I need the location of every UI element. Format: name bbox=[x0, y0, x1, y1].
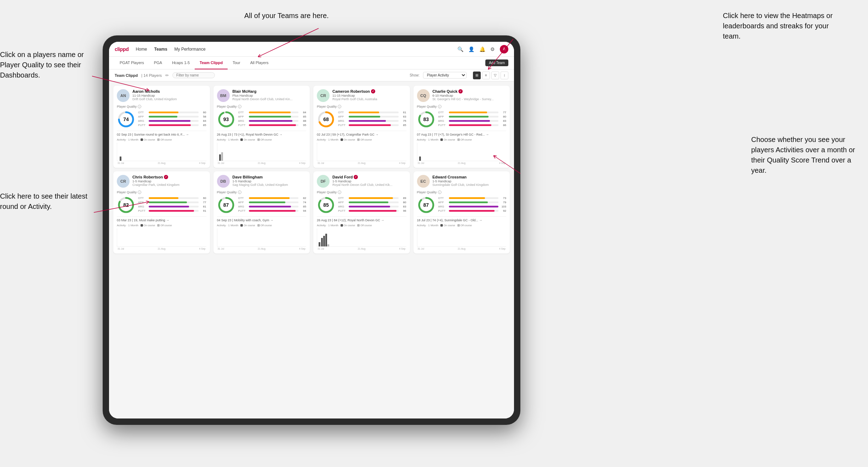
stat-value: 75 bbox=[400, 119, 406, 123]
player-name[interactable]: Dave Billingham bbox=[233, 175, 307, 179]
activity-chart bbox=[117, 143, 206, 161]
latest-round[interactable]: 04 Sep 23 | Mobility with coach, Gym → bbox=[217, 216, 307, 222]
latest-round[interactable]: 18 Jul 23 | 74 (+4), Sunningdale GC - Ol… bbox=[417, 216, 507, 222]
edit-icon[interactable]: ✏ bbox=[165, 73, 169, 78]
stat-row: APP 85 bbox=[238, 115, 307, 118]
on-course-text: On course bbox=[444, 138, 455, 141]
tab-team-clippd[interactable]: Team Clippd bbox=[195, 57, 228, 69]
donut-chart[interactable]: 87 bbox=[417, 196, 435, 214]
player-card[interactable]: DF David Ford ✓ 1-5 Handicap Royal North… bbox=[313, 171, 410, 254]
verified-badge: ✓ bbox=[164, 175, 168, 179]
legend-off: Off course bbox=[457, 138, 472, 141]
list-view-button[interactable]: ≡ bbox=[482, 72, 490, 79]
nav-home[interactable]: Home bbox=[136, 47, 147, 52]
user-icon[interactable]: 👤 bbox=[468, 46, 474, 52]
player-card[interactable]: AN Aaron Nicholls 11-15 Handicap Drift G… bbox=[113, 86, 210, 168]
player-name[interactable]: David Ford ✓ bbox=[332, 175, 406, 179]
donut-chart[interactable]: 83 bbox=[417, 110, 435, 129]
brand-logo[interactable]: clippd bbox=[115, 46, 129, 52]
latest-round-text: 26 Aug 23 | 84 (+12), Royal North Devon … bbox=[317, 218, 384, 222]
latest-round[interactable]: 03 Mar 23 | 19, Must make putting → bbox=[117, 216, 206, 222]
add-team-button[interactable]: Add Team bbox=[485, 59, 508, 66]
stat-label: PUTT bbox=[138, 209, 147, 212]
filter-button[interactable]: ▽ bbox=[491, 72, 499, 79]
nav-teams[interactable]: Teams bbox=[154, 47, 167, 52]
player-club: Royal North Devon Golf Club, United Kin.… bbox=[233, 97, 307, 101]
stat-label: APP bbox=[238, 201, 247, 204]
player-info: Edward Crossman 1-5 Handicap Sunningdale… bbox=[433, 175, 507, 187]
stat-label: APP bbox=[138, 115, 147, 118]
on-course-bar bbox=[419, 156, 421, 161]
activity-section: Activity · 1 Month On course Off course bbox=[117, 224, 206, 250]
stat-label: PUTT bbox=[438, 209, 447, 212]
player-card[interactable]: CQ Charlie Quick ✓ 6-10 Handicap St. Geo… bbox=[413, 86, 510, 168]
player-name[interactable]: Edward Crossman bbox=[433, 175, 507, 179]
show-select[interactable]: Player Activity Quality Score Trend bbox=[423, 72, 467, 79]
avatar[interactable]: A bbox=[500, 45, 508, 53]
stat-label: OTT bbox=[338, 197, 347, 200]
stat-value: 84 bbox=[300, 111, 306, 114]
stats-list: OTT 89 APP 80 ARG 83 PUTT 9 bbox=[338, 197, 406, 213]
player-name[interactable]: Charlie Quick ✓ bbox=[433, 89, 507, 93]
donut-chart[interactable]: 74 bbox=[117, 110, 135, 129]
legend-on: On course bbox=[240, 138, 255, 141]
stat-bar bbox=[249, 210, 296, 212]
latest-round[interactable]: 26 Aug 23 | 73 (+1), Royal North Devon G… bbox=[217, 131, 307, 136]
on-course-bar bbox=[319, 242, 320, 246]
donut-chart[interactable]: 93 bbox=[217, 110, 235, 129]
content-area[interactable]: AN Aaron Nicholls 11-15 Handicap Drift G… bbox=[109, 81, 514, 418]
stat-bar-bg bbox=[149, 201, 199, 203]
player-name[interactable]: Cameron Robertson ✓ bbox=[332, 89, 406, 93]
chart-label-start: 31 Jul bbox=[218, 162, 224, 164]
search-icon[interactable]: 🔍 bbox=[457, 46, 463, 52]
off-course-text: Off course bbox=[261, 224, 272, 227]
player-grid: AN Aaron Nicholls 11-15 Handicap Drift G… bbox=[113, 86, 510, 254]
grid-view-button[interactable]: ⊞ bbox=[473, 72, 481, 79]
player-handicap: 11-15 Handicap bbox=[332, 94, 406, 97]
bell-icon[interactable]: 🔔 bbox=[479, 46, 485, 52]
stat-row: PUTT 91 bbox=[138, 209, 206, 212]
player-card[interactable]: CR Cameron Robertson ✓ 11-15 Handicap Ro… bbox=[313, 86, 410, 168]
settings-icon[interactable]: ⚙ bbox=[490, 46, 495, 52]
stat-bar bbox=[449, 112, 487, 113]
off-course-legend bbox=[157, 138, 160, 141]
player-card[interactable]: BM Blair McHarg Plus Handicap Royal Nort… bbox=[213, 86, 310, 168]
donut-chart[interactable]: 87 bbox=[217, 196, 235, 214]
stat-label: ARG bbox=[138, 119, 147, 123]
sort-button[interactable]: ↕ bbox=[501, 72, 508, 79]
tab-pgat[interactable]: PGAT Players bbox=[115, 57, 149, 69]
tab-pga[interactable]: PGA bbox=[149, 57, 167, 69]
player-card[interactable]: CR Chris Robertson ✓ 1-5 Handicap Craigm… bbox=[113, 171, 210, 254]
team-count: | 14 Players bbox=[141, 73, 162, 78]
donut-chart[interactable]: 82 bbox=[117, 196, 135, 214]
player-card[interactable]: DB Dave Billingham 1-5 Handicap Sag Magi… bbox=[213, 171, 310, 254]
stat-row: APP 63 bbox=[338, 115, 406, 118]
latest-round[interactable]: 02 Sep 23 | Sunrise round to get back in… bbox=[117, 131, 206, 136]
filter-input[interactable] bbox=[172, 72, 215, 78]
donut-chart[interactable]: 85 bbox=[317, 196, 335, 214]
latest-round[interactable]: 02 Jul 23 | 59 (+17), Craigmillar Park G… bbox=[317, 131, 406, 136]
tab-hcaps[interactable]: Hcaps 1-5 bbox=[167, 57, 195, 69]
donut-chart[interactable]: 68 bbox=[317, 110, 335, 129]
stat-row: ARG 103 bbox=[438, 205, 507, 208]
player-card[interactable]: EC Edward Crossman 1-5 Handicap Sunningd… bbox=[413, 171, 510, 254]
latest-round[interactable]: 07 Aug 23 | 77 (+7), St George's Hill GC… bbox=[417, 131, 507, 136]
on-course-legend bbox=[240, 138, 243, 141]
tab-all-players[interactable]: All Players bbox=[245, 57, 274, 69]
stat-value: 96 bbox=[400, 209, 406, 212]
activity-section: Activity · 1 Month On course Off course bbox=[317, 224, 406, 250]
nav-my-performance[interactable]: My Performance bbox=[175, 47, 206, 52]
chart-labels: 31 Jul 21 Aug 4 Sep bbox=[417, 247, 507, 250]
tab-tour[interactable]: Tour bbox=[228, 57, 245, 69]
player-name[interactable]: Chris Robertson ✓ bbox=[132, 175, 206, 179]
activity-label: Activity · 1 Month On course Off course bbox=[417, 138, 507, 141]
player-header: CQ Charlie Quick ✓ 6-10 Handicap St. Geo… bbox=[417, 89, 507, 102]
player-score: 85 bbox=[323, 202, 329, 208]
player-name[interactable]: Blair McHarg bbox=[233, 89, 307, 93]
stat-row: PUTT 92 bbox=[438, 209, 507, 212]
player-name[interactable]: Aaron Nicholls bbox=[132, 89, 206, 93]
latest-round[interactable]: 26 Aug 23 | 84 (+12), Royal North Devon … bbox=[317, 216, 406, 222]
on-course-text: On course bbox=[244, 138, 255, 141]
chart-label-end: 4 Sep bbox=[299, 247, 305, 250]
chart-label-end: 4 Sep bbox=[399, 162, 405, 164]
